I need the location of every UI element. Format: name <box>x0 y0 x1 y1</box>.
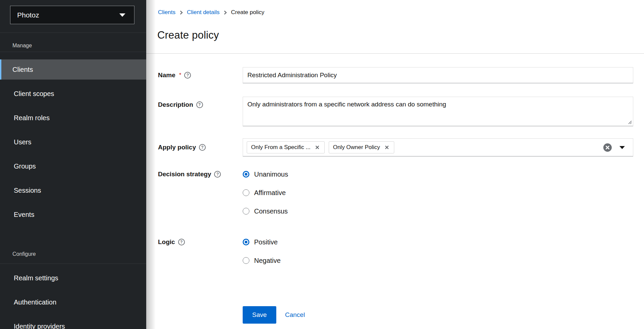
radio-option-label: Positive <box>254 239 278 245</box>
page-title: Create policy <box>157 29 644 41</box>
policy-chip: Only Owner Policy <box>329 141 394 153</box>
radio-unselected-icon <box>243 208 249 215</box>
breadcrumb-item-current: Create policy <box>231 9 264 16</box>
sidebar-item-realm-settings[interactable]: Realm settings <box>0 268 146 288</box>
question-circle-icon[interactable]: ? <box>178 239 185 245</box>
apply-policy-label: Apply policy <box>158 144 196 151</box>
sidebar-item-users[interactable]: Users <box>0 132 146 152</box>
description-label: Description <box>158 101 193 108</box>
breadcrumb-link[interactable]: Clients <box>158 9 175 16</box>
name-row: Name * ? <box>158 67 633 83</box>
sidebar-item-realm-roles[interactable]: Realm roles <box>0 108 146 128</box>
description-label-group: Description ? <box>158 97 243 126</box>
create-policy-form: Name * ? Description ? Only administrato… <box>146 54 644 324</box>
decision-strategy-options: UnanimousAffirmativeConsensus <box>243 171 633 215</box>
close-icon[interactable] <box>314 144 320 150</box>
select-controls <box>603 143 625 152</box>
breadcrumb: ClientsClient detailsCreate policy <box>158 9 644 16</box>
realm-name: Photoz <box>17 11 39 19</box>
chevron-down-icon <box>119 13 125 17</box>
sidebar-item-authentication[interactable]: Authentication <box>0 292 146 312</box>
apply-policy-field: Only From a Specific ...Only Owner Polic… <box>243 138 633 156</box>
sidebar-item-clients[interactable]: Clients <box>0 59 146 80</box>
radio-selected-icon <box>243 239 249 245</box>
resize-handle[interactable] <box>628 120 632 124</box>
required-indicator: * <box>179 72 182 79</box>
logic-label-group: Logic ? <box>158 239 243 264</box>
radio-option-label: Consensus <box>254 208 288 215</box>
logic-label: Logic <box>158 239 175 245</box>
radio-option-unanimous[interactable]: Unanimous <box>243 171 633 178</box>
question-circle-icon[interactable]: ? <box>214 171 221 178</box>
radio-option-negative[interactable]: Negative <box>243 257 633 264</box>
question-circle-icon[interactable]: ? <box>184 72 191 79</box>
radio-selected-icon <box>243 171 249 178</box>
radio-option-label: Unanimous <box>254 171 288 178</box>
name-input[interactable] <box>243 67 633 83</box>
sidebar-nav: ManageClientsClient scopesRealm rolesUse… <box>0 33 146 329</box>
sidebar-item-groups[interactable]: Groups <box>0 156 146 176</box>
apply-policy-multiselect[interactable]: Only From a Specific ...Only Owner Polic… <box>243 138 633 156</box>
realm-selector-area: Photoz <box>0 0 146 33</box>
decision-strategy-row: Decision strategy ? UnanimousAffirmative… <box>158 171 633 215</box>
main-content: ClientsClient detailsCreate policy Creat… <box>146 0 644 329</box>
radio-unselected-icon <box>243 189 249 196</box>
chevron-right-icon <box>179 10 183 15</box>
apply-policy-label-group: Apply policy ? <box>158 138 243 156</box>
policy-chip: Only From a Specific ... <box>247 141 325 153</box>
realm-selector[interactable]: Photoz <box>10 6 134 24</box>
sidebar-item-events[interactable]: Events <box>0 204 146 225</box>
radio-option-label: Negative <box>254 257 281 264</box>
chevron-right-icon <box>224 10 227 15</box>
policy-chip-label: Only From a Specific ... <box>251 144 311 151</box>
nav-section-title-manage: Manage <box>0 33 146 52</box>
sidebar: Photoz ManageClientsClient scopesRealm r… <box>0 0 146 329</box>
radio-unselected-icon <box>243 257 249 264</box>
logic-options: PositiveNegative <box>243 239 633 264</box>
decision-strategy-label: Decision strategy <box>158 171 211 178</box>
description-row: Description ? Only administrators from a… <box>158 97 633 126</box>
decision-strategy-field: UnanimousAffirmativeConsensus <box>243 171 633 215</box>
save-button[interactable]: Save <box>243 306 276 324</box>
description-field: Only administrators from a specific netw… <box>243 97 633 126</box>
question-circle-icon[interactable]: ? <box>196 101 203 108</box>
sidebar-item-identity-providers[interactable]: Identity providers <box>0 316 146 329</box>
apply-policy-row: Apply policy ? Only From a Specific ...O… <box>158 138 633 156</box>
nav-section-items: ClientsClient scopesRealm rolesUsersGrou… <box>0 52 146 225</box>
chip-group: Only From a Specific ...Only Owner Polic… <box>247 141 394 153</box>
close-icon[interactable] <box>384 144 390 150</box>
nav-section-items: Realm settingsAuthenticationIdentity pro… <box>0 264 146 329</box>
sidebar-item-client-scopes[interactable]: Client scopes <box>0 84 146 104</box>
radio-option-positive[interactable]: Positive <box>243 239 633 245</box>
radio-option-affirmative[interactable]: Affirmative <box>243 189 633 196</box>
description-textarea[interactable]: Only administrators from a specific netw… <box>243 97 633 126</box>
name-label-group: Name * ? <box>158 67 243 83</box>
breadcrumb-link[interactable]: Client details <box>187 9 219 16</box>
policy-chip-label: Only Owner Policy <box>333 144 380 151</box>
decision-strategy-label-group: Decision strategy ? <box>158 171 243 215</box>
logic-row: Logic ? PositiveNegative <box>158 239 633 264</box>
name-field <box>243 67 633 83</box>
nav-section-title-configure: Configure <box>0 229 146 264</box>
radio-option-consensus[interactable]: Consensus <box>243 208 633 215</box>
radio-option-label: Affirmative <box>254 189 286 196</box>
sidebar-item-sessions[interactable]: Sessions <box>0 180 146 200</box>
caret-down-icon[interactable] <box>619 146 625 149</box>
clear-all-icon[interactable] <box>603 143 612 152</box>
name-label: Name <box>158 72 175 79</box>
cancel-button[interactable]: Cancel <box>285 311 305 319</box>
logic-field: PositiveNegative <box>243 239 633 264</box>
question-circle-icon[interactable]: ? <box>199 144 206 151</box>
form-actions: Save Cancel <box>158 306 633 324</box>
